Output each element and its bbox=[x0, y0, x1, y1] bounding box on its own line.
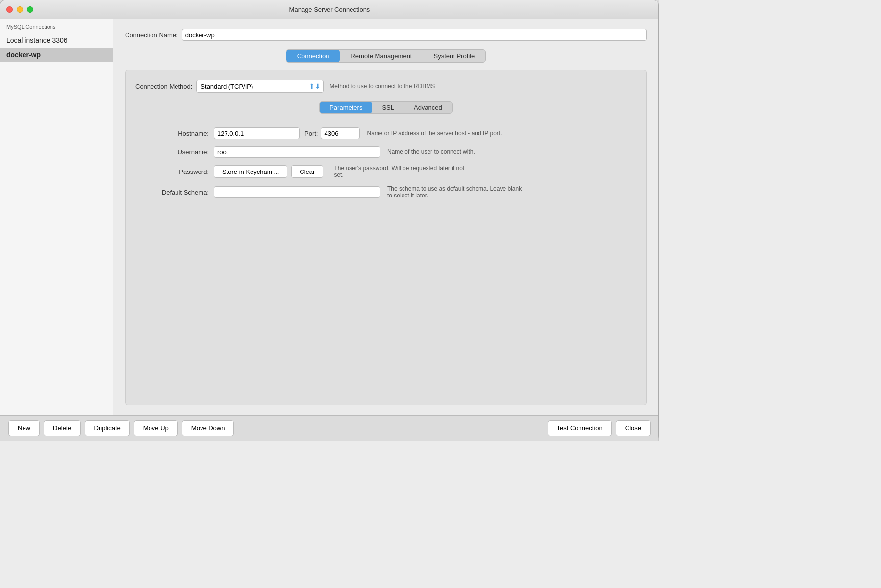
username-label: Username: bbox=[145, 148, 209, 156]
sub-tab-ssl[interactable]: SSL bbox=[372, 102, 404, 113]
password-help: The user's password. Will be requested l… bbox=[334, 165, 471, 178]
window: Manage Server Connections MySQL Connecti… bbox=[0, 0, 659, 441]
outer-tab-bar: Connection Remote Management System Prof… bbox=[125, 49, 647, 63]
bottom-toolbar: New Delete Duplicate Move Up Move Down T… bbox=[0, 415, 658, 441]
hostname-input[interactable] bbox=[214, 127, 300, 139]
inner-panel: Connection Method: Standard (TCP/IP) ⬆⬇ … bbox=[125, 70, 647, 405]
password-label: Password: bbox=[145, 168, 209, 175]
sub-tab-parameters[interactable]: Parameters bbox=[320, 102, 372, 113]
tab-system-profile[interactable]: System Profile bbox=[423, 50, 485, 62]
window-title: Manage Server Connections bbox=[289, 6, 370, 13]
connection-method-help: Method to use to connect to the RDBMS bbox=[329, 83, 435, 90]
new-button[interactable]: New bbox=[8, 420, 40, 436]
form-area: Hostname: Port: Name or IP address of th… bbox=[135, 122, 636, 211]
connection-method-label: Connection Method: bbox=[135, 83, 192, 90]
tab-remote-management[interactable]: Remote Management bbox=[340, 50, 423, 62]
titlebar: Manage Server Connections bbox=[0, 0, 658, 19]
hostname-label: Hostname: bbox=[145, 130, 209, 137]
store-in-keychain-button[interactable]: Store in Keychain ... bbox=[214, 165, 287, 178]
maximize-btn[interactable] bbox=[27, 6, 33, 13]
close-btn[interactable] bbox=[6, 6, 13, 13]
sidebar: MySQL Connections Local instance 3306 do… bbox=[0, 19, 113, 415]
outer-tab-group: Connection Remote Management System Prof… bbox=[286, 49, 486, 63]
default-schema-row: Default Schema: The schema to use as def… bbox=[145, 185, 627, 199]
tab-connection[interactable]: Connection bbox=[286, 50, 340, 62]
sidebar-item-local-instance[interactable]: Local instance 3306 bbox=[0, 33, 113, 48]
connection-method-select[interactable]: Standard (TCP/IP) bbox=[196, 80, 324, 93]
port-label: Port: bbox=[304, 130, 318, 137]
port-input[interactable] bbox=[321, 127, 360, 139]
sub-tab-advanced[interactable]: Advanced bbox=[404, 102, 452, 113]
titlebar-buttons bbox=[6, 6, 33, 13]
minimize-btn[interactable] bbox=[17, 6, 23, 13]
sub-tab-bar: Parameters SSL Advanced bbox=[135, 101, 636, 114]
connection-method-select-wrapper: Standard (TCP/IP) ⬆⬇ bbox=[196, 80, 324, 93]
main-panel: Connection Name: Connection Remote Manag… bbox=[113, 19, 658, 415]
default-schema-input[interactable] bbox=[214, 186, 380, 198]
connection-method-row: Connection Method: Standard (TCP/IP) ⬆⬇ … bbox=[135, 80, 636, 93]
close-button[interactable]: Close bbox=[616, 420, 651, 436]
sidebar-header: MySQL Connections bbox=[0, 19, 113, 33]
content-area: MySQL Connections Local instance 3306 do… bbox=[0, 19, 658, 415]
connection-name-label: Connection Name: bbox=[125, 31, 178, 39]
username-help: Name of the user to connect with. bbox=[387, 148, 475, 155]
hostname-help: Name or IP address of the server host - … bbox=[367, 130, 502, 137]
connection-name-input[interactable] bbox=[182, 29, 647, 41]
password-row: Password: Store in Keychain ... Clear Th… bbox=[145, 165, 627, 178]
username-row: Username: Name of the user to connect wi… bbox=[145, 146, 627, 158]
username-input[interactable] bbox=[214, 146, 380, 158]
sidebar-item-docker-wp[interactable]: docker-wp bbox=[0, 48, 113, 62]
hostname-row: Hostname: Port: Name or IP address of th… bbox=[145, 127, 627, 139]
test-connection-button[interactable]: Test Connection bbox=[548, 420, 612, 436]
clear-password-button[interactable]: Clear bbox=[291, 165, 323, 178]
move-down-button[interactable]: Move Down bbox=[182, 420, 234, 436]
duplicate-button[interactable]: Duplicate bbox=[85, 420, 130, 436]
connection-name-row: Connection Name: bbox=[125, 29, 647, 41]
sub-tab-group: Parameters SSL Advanced bbox=[319, 101, 453, 114]
default-schema-help: The schema to use as default schema. Lea… bbox=[387, 185, 525, 199]
default-schema-label: Default Schema: bbox=[145, 189, 209, 196]
delete-button[interactable]: Delete bbox=[44, 420, 81, 436]
move-up-button[interactable]: Move Up bbox=[134, 420, 178, 436]
